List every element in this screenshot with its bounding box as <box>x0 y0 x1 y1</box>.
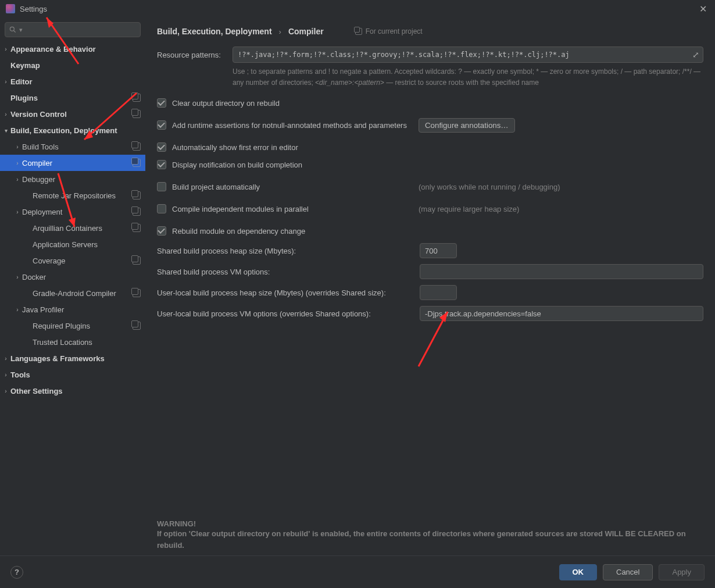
breadcrumb-a[interactable]: Build, Execution, Deployment <box>157 27 272 36</box>
chevron-right-icon: › <box>1 111 10 117</box>
shared-vm-label: Shared build process VM options: <box>157 268 420 276</box>
sidebar-item-label: Build, Execution, Deployment <box>10 126 141 135</box>
search-input[interactable]: ▾ <box>5 22 141 37</box>
svg-line-1 <box>14 31 16 33</box>
sidebar-item[interactable]: ›Debugger <box>0 171 145 187</box>
sidebar-item-label: Keymap <box>10 61 141 70</box>
chevron-right-icon: › <box>13 176 22 183</box>
ok-button[interactable]: OK <box>559 564 598 580</box>
checkbox-icon[interactable] <box>157 98 166 108</box>
shared-vm-input[interactable] <box>420 264 703 279</box>
sidebar: ▾ ›Appearance & BehaviorKeymap›EditorPlu… <box>0 17 145 555</box>
chevron-right-icon: › <box>1 388 10 394</box>
project-scope-icon <box>133 159 141 167</box>
close-icon[interactable]: ✕ <box>697 1 709 17</box>
sidebar-item-label: Languages & Frameworks <box>10 354 141 363</box>
project-scope-icon <box>133 191 141 199</box>
auto-show-error-check[interactable]: Automatically show first error in editor <box>157 141 703 154</box>
sidebar-item-label: Trusted Locations <box>33 338 141 347</box>
title-bar: Settings ✕ <box>0 0 715 17</box>
sidebar-item[interactable]: Keymap <box>0 57 145 73</box>
sidebar-item[interactable]: Required Plugins <box>0 318 145 334</box>
shared-heap-input[interactable] <box>420 243 457 258</box>
checkbox-icon[interactable] <box>157 182 166 191</box>
sidebar-item[interactable]: ›Editor <box>0 73 145 90</box>
sidebar-item[interactable]: ›Other Settings <box>0 383 145 399</box>
checkbox-icon[interactable] <box>157 142 166 152</box>
configure-annotations-button[interactable]: Configure annotations… <box>419 118 515 133</box>
sidebar-item-label: Coverage <box>33 256 133 265</box>
settings-panel: Build, Execution, Deployment › Compiler … <box>145 17 715 555</box>
sidebar-item-label: Other Settings <box>10 387 141 395</box>
sidebar-item-label: Required Plugins <box>33 322 133 330</box>
sidebar-item-label: Debugger <box>22 175 141 184</box>
sidebar-item-label: Java Profiler <box>22 305 141 314</box>
sidebar-item[interactable]: ›Java Profiler <box>0 301 145 318</box>
sidebar-item-label: Build Tools <box>22 142 133 151</box>
sidebar-item-label: Application Servers <box>33 240 141 249</box>
sidebar-item-label: Docker <box>22 273 141 281</box>
sidebar-item[interactable]: ›Appearance & Behavior <box>0 41 145 57</box>
sidebar-item[interactable]: ›Build Tools <box>0 138 145 155</box>
chevron-right-icon: › <box>1 355 10 362</box>
expand-icon[interactable]: ⤢ <box>692 50 699 59</box>
checkbox-icon[interactable] <box>157 226 166 236</box>
resource-patterns-label: Resource patterns: <box>157 51 233 59</box>
build-auto-check[interactable]: Build project automatically <box>157 180 419 193</box>
sidebar-item-label: Compiler <box>22 159 133 168</box>
shared-heap-label: Shared build process heap size (Mbytes): <box>157 247 420 255</box>
app-icon <box>6 4 15 13</box>
chevron-right-icon: › <box>1 46 10 52</box>
sidebar-item[interactable]: ›Tools <box>0 366 145 383</box>
user-heap-input[interactable] <box>420 285 457 300</box>
resource-patterns-input[interactable]: !?*.java;!?*.form;!?*.class;!?*.groovy;!… <box>233 47 703 63</box>
user-vm-input[interactable] <box>420 306 703 321</box>
sidebar-item-label: Remote Jar Repositories <box>33 191 133 200</box>
sidebar-item[interactable]: ›Docker <box>0 269 145 285</box>
warning-title: WARNING! <box>157 519 703 528</box>
sidebar-item[interactable]: ▾Build, Execution, Deployment <box>0 122 145 138</box>
compile-parallel-check[interactable]: Compile independent modules in parallel <box>157 202 419 215</box>
footer: ? OK Cancel Apply <box>0 555 715 588</box>
sidebar-item[interactable]: Plugins <box>0 90 145 106</box>
clear-output-check[interactable]: Clear output directory on rebuild <box>157 97 703 109</box>
runtime-assertions-check[interactable]: Add runtime assertions for notnull-annot… <box>157 119 407 131</box>
sidebar-item-label: Tools <box>10 370 141 379</box>
breadcrumb-sep: › <box>279 27 281 36</box>
warning-text: If option 'Clear output directory on reb… <box>157 528 703 551</box>
sidebar-item[interactable]: ›Deployment <box>0 204 145 220</box>
sidebar-item[interactable]: Coverage <box>0 252 145 269</box>
sidebar-item[interactable]: Remote Jar Repositories <box>0 187 145 204</box>
sidebar-item-label: Editor <box>10 77 141 86</box>
sidebar-item[interactable]: Application Servers <box>0 236 145 252</box>
scope-hint: For current project <box>355 27 423 35</box>
chevron-down-icon: ▾ <box>1 127 10 134</box>
search-icon <box>9 26 17 34</box>
help-button[interactable]: ? <box>10 566 23 579</box>
sidebar-item[interactable]: Arquillian Containers <box>0 220 145 236</box>
sidebar-item[interactable]: Gradle-Android Compiler <box>0 285 145 301</box>
project-scope-icon <box>133 110 141 118</box>
breadcrumb: Build, Execution, Deployment › Compiler … <box>157 27 703 36</box>
sidebar-item[interactable]: Trusted Locations <box>0 334 145 350</box>
project-scope-icon <box>355 28 362 35</box>
checkbox-icon[interactable] <box>157 120 166 130</box>
warning-block: WARNING! If option 'Clear output directo… <box>157 519 703 551</box>
checkbox-icon[interactable] <box>157 160 166 169</box>
rebuild-dep-check[interactable]: Rebuild module on dependency change <box>157 224 703 237</box>
project-scope-icon <box>133 142 141 151</box>
sidebar-item-label: Version Control <box>10 110 133 119</box>
sidebar-item-label: Deployment <box>22 208 133 216</box>
cancel-button[interactable]: Cancel <box>603 564 653 580</box>
build-notification-check[interactable]: Display notification on build completion <box>157 158 703 171</box>
sidebar-item[interactable]: ›Compiler <box>0 155 145 171</box>
sidebar-item-label: Gradle-Android Compiler <box>33 289 133 298</box>
user-vm-label: User-local build process VM options (ove… <box>157 309 420 318</box>
project-scope-icon <box>133 224 141 232</box>
sidebar-item[interactable]: ›Version Control <box>0 106 145 122</box>
build-auto-note: (only works while not running / debuggin… <box>419 183 560 191</box>
sidebar-item[interactable]: ›Languages & Frameworks <box>0 350 145 366</box>
apply-button[interactable]: Apply <box>659 564 705 580</box>
breadcrumb-b: Compiler <box>288 27 324 36</box>
checkbox-icon[interactable] <box>157 204 166 213</box>
